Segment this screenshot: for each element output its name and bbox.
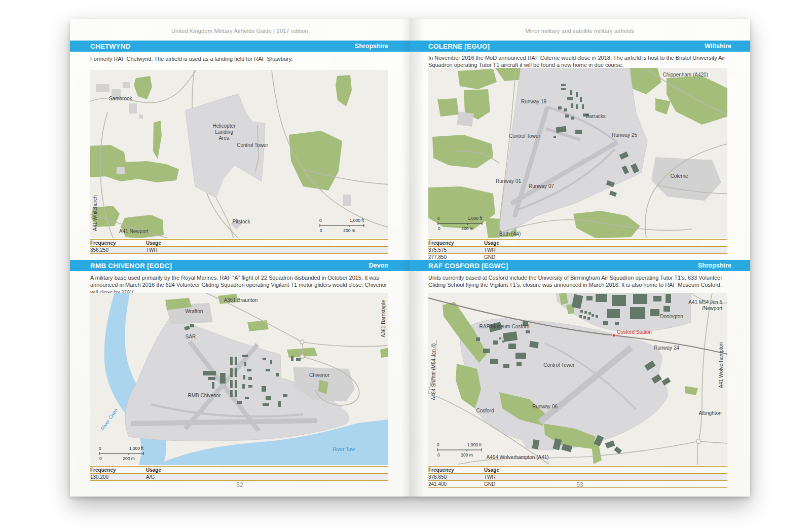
map-label-a41-m54-1: A41 M54 Jcn 5 xyxy=(688,299,722,305)
table-row: 356.250 TWR xyxy=(90,247,388,254)
col-usage: Usage xyxy=(484,467,499,473)
entry-header-chivenor: RMB CHIVENOR [EGDC] Devon xyxy=(70,260,410,271)
map-label-a41-newport: A41 Newport xyxy=(119,229,149,234)
col-usage: Usage xyxy=(146,467,161,473)
map-colerne: Chippenham (A420) Runway 19 Barracks Con… xyxy=(428,68,727,238)
map-label-river-taw: River Taw xyxy=(333,446,355,452)
page-right: Minor military and satellite military ai… xyxy=(410,19,750,497)
map-label-bath: Bath (A4) xyxy=(499,231,521,237)
entry-region-colerne: Wiltshire xyxy=(705,43,731,50)
usage-value: TWR xyxy=(484,474,496,480)
map-label-hla-1: Helicopter xyxy=(212,123,236,129)
page-number-left: 52 xyxy=(70,481,410,488)
map-label-barracks: Barracks xyxy=(585,113,605,119)
map-label-control-tower: Control Tower xyxy=(237,142,268,148)
entry-header-chetwynd: CHETWYND Shropshire xyxy=(70,41,410,52)
map-label-albrighton: Albrighton xyxy=(698,410,721,416)
entry-title-cosford: RAF COSFORD [EGWC] xyxy=(428,262,508,270)
map-label-runway25: Runway 25 xyxy=(612,132,637,138)
entry-desc-cosford: Units currently based at Cosford include… xyxy=(428,274,728,288)
table-row: 378.650 TWR xyxy=(428,474,727,481)
usage-value: GND xyxy=(484,254,495,260)
map-label-chivenor-village: Chivenor xyxy=(309,372,330,378)
book-spread: United Kingdom Military Airfields Guide … xyxy=(70,19,750,497)
map-label-a361-braunton: A361 Braunton xyxy=(224,297,258,303)
frequency-value: 277.850 xyxy=(428,254,484,260)
map-label-a41-m54-2: /Newport xyxy=(702,306,722,311)
svg-text:0: 0 xyxy=(437,442,439,447)
col-usage: Usage xyxy=(146,240,161,246)
svg-text:0: 0 xyxy=(99,446,101,451)
map-label-a464-wolverhampton: A464 Wolverhampton (A41) xyxy=(486,454,548,460)
scale-bar: 0 1,000 ft 0 200 m xyxy=(319,218,364,233)
col-frequency: Frequency xyxy=(428,240,484,246)
svg-text:0: 0 xyxy=(437,216,440,221)
svg-text:200 m: 200 m xyxy=(343,228,355,233)
map-label-a41-whitchurch: A41 Whitchurch xyxy=(92,195,98,231)
entry-header-colerne: COLERNE [EGUO] Wiltshire xyxy=(410,41,750,52)
frequency-value: 378.650 xyxy=(428,474,484,480)
map-label-hla-3: Area xyxy=(218,135,230,141)
entry-title-colerne: COLERNE [EGUO] xyxy=(428,43,490,50)
scale-bar: 0 1,000 ft 0 200 m xyxy=(437,442,482,458)
table-header-row: Frequency Usage xyxy=(90,240,388,247)
map-label-rmb-chivenor: RMB Chivenor xyxy=(188,393,221,398)
entry-title-chetwynd: CHETWYND xyxy=(90,43,131,50)
frequency-value: 130.200 xyxy=(90,474,146,480)
entry-desc-colerne: In November 2016 the MoD announced RAF C… xyxy=(428,54,728,68)
entry-region-chivenor: Devon xyxy=(369,262,388,269)
svg-text:200 m: 200 m xyxy=(461,452,473,458)
map-label-chippenham: Chippenham (A420) xyxy=(663,72,709,78)
col-frequency: Frequency xyxy=(428,467,484,473)
map-label-wrafton: Wrafton xyxy=(186,309,203,314)
svg-text:0: 0 xyxy=(99,456,102,461)
map-label-raf-museum: RAF Museum Cosford xyxy=(480,324,530,329)
svg-text:1,000 ft: 1,000 ft xyxy=(468,216,483,221)
svg-text:200 m: 200 m xyxy=(123,456,135,461)
map-label-sambrook: Sambrook xyxy=(109,96,133,101)
running-header-left: United Kingdom Military Airfields Guide … xyxy=(70,28,410,34)
frequency-table-chivenor: Frequency Usage 130.200 A/G xyxy=(90,466,388,481)
station-marker xyxy=(612,334,615,337)
map-chetwynd: Sambrook Helicopter Landing Area Control… xyxy=(90,70,388,238)
table-row: 375.575 TWR xyxy=(428,247,727,254)
col-usage: Usage xyxy=(484,240,499,246)
frequency-table-chetwynd: Frequency Usage 356.250 TWR xyxy=(90,239,388,254)
page-number-right: 53 xyxy=(410,481,750,488)
table-header-row: Frequency Usage xyxy=(428,467,727,474)
usage-value: A/G xyxy=(146,474,155,480)
map-label-runway07: Runway 07 xyxy=(529,183,554,189)
map-label-runway24: Runway 24 xyxy=(654,345,679,351)
map-label-control-tower: Control Tower xyxy=(543,362,575,368)
map-label-cosford-station: Cosford Station xyxy=(617,329,652,335)
svg-text:200 m: 200 m xyxy=(461,226,473,231)
map-label-cosford-village: Cosford xyxy=(476,408,494,413)
map-label-a41-wolverhampton: A41 Wolverhampton xyxy=(718,343,724,388)
usage-value: TWR xyxy=(146,247,158,253)
map-chivenor: A361 Braunton Wrafton SAR Chivenor RMB C… xyxy=(90,293,388,465)
village-colerne-shape xyxy=(651,157,721,201)
table-header-row: Frequency Usage xyxy=(428,240,727,247)
map-label-runway01: Runway 01 xyxy=(496,178,521,184)
outbuilding xyxy=(457,111,473,127)
map-label-runway06: Runway 06 xyxy=(532,404,558,409)
entry-title-chivenor: RMB CHIVENOR [EGDC] xyxy=(90,262,172,270)
entry-region-cosford: Shropshire xyxy=(698,262,731,269)
scale-bar: 0 1,000 ft 0 200 m xyxy=(99,446,144,461)
usage-value: TWR xyxy=(484,247,496,253)
map-label-donington: Donington xyxy=(660,314,683,319)
map-label-colerne-village: Colerne xyxy=(670,173,688,179)
svg-text:0: 0 xyxy=(320,228,322,233)
map-label-river-caen: River Caen xyxy=(100,407,119,431)
svg-text:0: 0 xyxy=(319,218,322,223)
frequency-value: 375.575 xyxy=(428,247,484,253)
col-frequency: Frequency xyxy=(90,467,146,473)
entry-desc-chetwynd: Formerly RAF Chetwynd. The airfield is u… xyxy=(90,55,389,62)
map-label-runway19: Runway 19 xyxy=(521,99,546,104)
table-row: 130.200 A/G xyxy=(90,474,388,481)
airfield-shape xyxy=(499,68,647,236)
map-cosford: RAF Museum Cosford Cosford Station A41 M… xyxy=(428,293,727,465)
svg-text:1,000 ft: 1,000 ft xyxy=(467,442,482,447)
map-label-sar: SAR xyxy=(186,334,196,339)
map-label-a464-shifnal: A464 Shifnal (M54 Jcn 4) xyxy=(431,344,436,400)
